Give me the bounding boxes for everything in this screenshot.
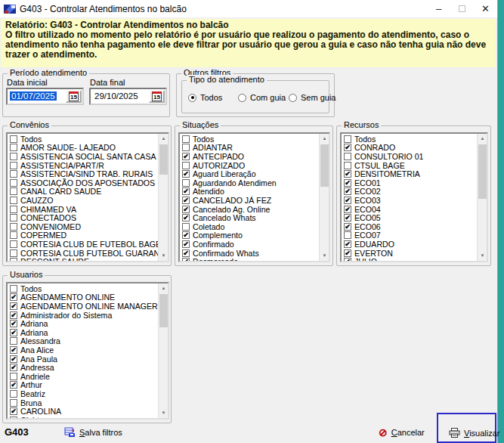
list-item[interactable]: AMOR SAUDE- LAJEADO	[8, 144, 158, 153]
list-item[interactable]: Todos	[8, 135, 158, 144]
checkbox-unchecked-icon[interactable]	[10, 187, 17, 195]
checkbox-unchecked-icon[interactable]	[10, 249, 17, 257]
list-item[interactable]: CORTESIA CLUB FUTEBOL GUARANY	[8, 249, 158, 258]
checkbox-unchecked-icon[interactable]	[344, 153, 351, 160]
list-item[interactable]: ✔Cancelado Ag. Online	[180, 205, 319, 214]
radio-sem-guia[interactable]: Sem guia	[289, 93, 335, 102]
list-item[interactable]: CONECTADOS	[8, 213, 158, 222]
list-item[interactable]: ADIANTAR	[180, 144, 319, 153]
list-item[interactable]: ✔CONRADO	[342, 144, 477, 153]
checkbox-checked-icon[interactable]: ✔	[344, 249, 351, 257]
list-item[interactable]: DESCONT SAUDE	[8, 257, 158, 261]
radio-com-guia[interactable]: Com guia	[238, 93, 289, 102]
checkbox-checked-icon[interactable]: ✔	[182, 240, 190, 248]
scroll-thumb[interactable]	[320, 144, 329, 187]
close-button[interactable]: ✕	[474, 0, 497, 17]
checkbox-checked-icon[interactable]: ✔	[344, 144, 351, 151]
list-item[interactable]: ✔ECO04	[342, 205, 477, 214]
checkbox-checked-icon[interactable]: ✔	[182, 170, 190, 178]
checkbox-unchecked-icon[interactable]	[182, 179, 190, 187]
list-item[interactable]: COPERMED	[8, 231, 158, 240]
checkbox-unchecked-icon[interactable]	[182, 223, 190, 231]
data-inicial-field[interactable]: 01/07/2025 15	[6, 88, 84, 105]
situacoes-scrollbar[interactable]: ▲ ▼	[319, 134, 329, 261]
list-item[interactable]: ✔AGENDAMENTO ONLINE	[8, 293, 158, 302]
checkbox-unchecked-icon[interactable]	[10, 214, 17, 222]
list-item[interactable]: ✔Confirmado	[180, 240, 319, 249]
list-item[interactable]: ✔ECO03	[342, 196, 477, 205]
checkbox-checked-icon[interactable]: ✔	[182, 187, 190, 195]
list-item[interactable]: ✔Clairton	[8, 416, 158, 418]
checkbox-checked-icon[interactable]: ✔	[10, 346, 17, 354]
checkbox-unchecked-icon[interactable]	[10, 170, 17, 178]
visualizar-button[interactable]: Visualizar	[449, 428, 500, 438]
checkbox-unchecked-icon[interactable]	[10, 337, 17, 345]
checkbox-unchecked-icon[interactable]	[10, 153, 17, 160]
data-final-value[interactable]: 29/10/2025	[93, 91, 140, 101]
list-item[interactable]: Todos	[342, 135, 477, 144]
checkbox-unchecked-icon[interactable]	[344, 162, 351, 169]
list-item[interactable]: ✔JULIO	[342, 257, 477, 261]
checkbox-unchecked-icon[interactable]	[10, 206, 17, 213]
list-item[interactable]: CTSUL BAGE	[342, 161, 477, 170]
checkbox-checked-icon[interactable]: ✔	[10, 293, 17, 301]
checkbox-checked-icon[interactable]: ✔	[10, 381, 17, 389]
checkbox-checked-icon[interactable]: ✔	[344, 223, 351, 231]
list-item[interactable]: ✔CANCELADO JÁ FEZ	[180, 196, 319, 205]
list-item[interactable]: Beatriz	[8, 389, 158, 398]
scroll-up-icon[interactable]: ▲	[320, 134, 329, 144]
list-item[interactable]: CAUZZO	[8, 196, 158, 205]
list-item[interactable]: CONVENIOMED	[8, 222, 158, 231]
list-item[interactable]: ✔Arthur	[8, 381, 158, 390]
checkbox-unchecked-icon[interactable]	[10, 223, 17, 231]
save-filters-button[interactable]: Salva filtros	[64, 427, 122, 438]
checkbox-checked-icon[interactable]: ✔	[182, 249, 190, 257]
checkbox-checked-icon[interactable]: ✔	[182, 153, 190, 160]
checkbox-checked-icon[interactable]: ✔	[344, 206, 351, 213]
list-item[interactable]: ✔Adriana	[8, 328, 158, 337]
checkbox-checked-icon[interactable]: ✔	[344, 187, 351, 195]
list-item[interactable]: ✔Administrador do Sistema	[8, 311, 158, 320]
data-final-field[interactable]: 29/10/2025 15	[89, 88, 167, 105]
checkbox-checked-icon[interactable]: ✔	[344, 240, 351, 248]
scroll-down-icon[interactable]: ▼	[159, 408, 169, 418]
checkbox-unchecked-icon[interactable]	[10, 179, 17, 187]
list-item[interactable]: Andriele	[8, 372, 158, 381]
checkbox-unchecked-icon[interactable]	[10, 144, 17, 151]
list-item[interactable]: Aguardando Atendimen	[180, 178, 319, 187]
checkbox-unchecked-icon[interactable]	[182, 144, 190, 151]
list-item[interactable]: CONSULTORIO 01	[342, 152, 477, 161]
data-inicial-value[interactable]: 01/07/2025	[10, 91, 57, 101]
checkbox-checked-icon[interactable]: ✔	[10, 355, 17, 363]
list-item[interactable]: ✔Andressa	[8, 363, 158, 372]
checkbox-checked-icon[interactable]: ✔	[10, 364, 17, 371]
scroll-up-icon[interactable]: ▲	[159, 283, 169, 293]
checkbox-unchecked-icon[interactable]	[182, 135, 190, 143]
checkbox-checked-icon[interactable]: ✔	[10, 329, 17, 336]
list-item[interactable]: ✔ANTECIPADO	[180, 152, 319, 161]
checkbox-checked-icon[interactable]: ✔	[182, 258, 190, 261]
list-item[interactable]: ASSISTENCIA/PART/R	[8, 161, 158, 170]
recursos-listbox[interactable]: Todos✔CONRADOCONSULTORIO 01CTSUL BAGE✔DE…	[340, 132, 488, 262]
scroll-thumb[interactable]	[159, 144, 168, 175]
list-item[interactable]: Todos	[8, 284, 158, 293]
checkbox-unchecked-icon[interactable]	[10, 231, 17, 239]
list-item[interactable]: ✔Atendido	[180, 187, 319, 197]
list-item[interactable]: CORTESIA CLUB DE FUTEBOL BAGE	[8, 240, 158, 249]
list-item[interactable]: Alessandra	[8, 337, 158, 346]
checkbox-checked-icon[interactable]: ✔	[10, 311, 17, 319]
checkbox-unchecked-icon[interactable]	[10, 135, 17, 143]
checkbox-checked-icon[interactable]: ✔	[344, 197, 351, 204]
list-item[interactable]: ASSISTENCIA SOCIAL SANTA CASA	[8, 152, 158, 161]
data-inicial-calendar-button[interactable]: 15	[66, 90, 82, 103]
scroll-up-icon[interactable]: ▲	[159, 134, 169, 144]
list-item[interactable]: ✔CAROLINA	[8, 407, 158, 416]
situacoes-listbox[interactable]: TodosADIANTAR✔ANTECIPADOAUTORIZADO✔Aguar…	[178, 132, 330, 262]
checkbox-checked-icon[interactable]: ✔	[182, 197, 190, 204]
checkbox-unchecked-icon[interactable]	[10, 373, 17, 380]
list-item[interactable]: ✔EDUARDO	[342, 240, 477, 249]
checkbox-unchecked-icon[interactable]	[10, 162, 17, 169]
list-item[interactable]: ✔Confirmado Whats	[180, 249, 319, 258]
checkbox-checked-icon[interactable]: ✔	[182, 214, 190, 222]
list-item[interactable]: ✔ECO01	[342, 178, 477, 187]
